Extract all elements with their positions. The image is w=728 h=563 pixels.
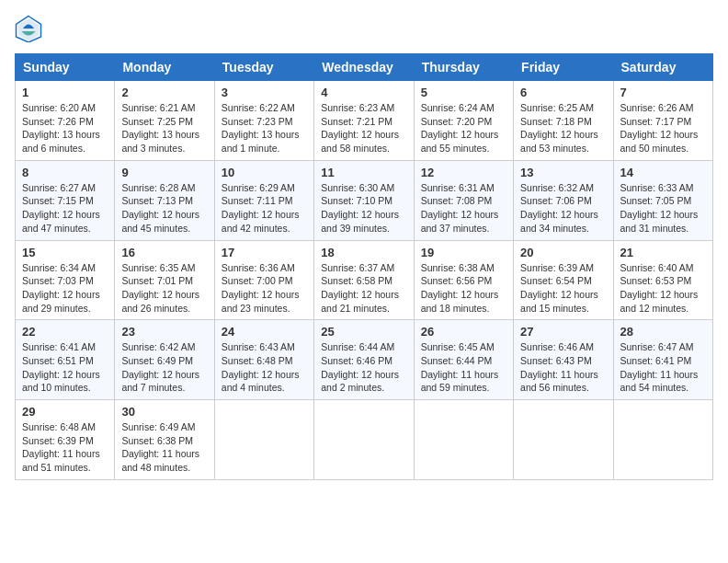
sunrise-label: Sunrise: 6:29 AM	[222, 182, 295, 193]
day-info: Sunrise: 6:34 AM Sunset: 7:03 PM Dayligh…	[22, 261, 108, 316]
sunset-label: Sunset: 6:53 PM	[620, 275, 692, 286]
sunset-label: Sunset: 7:03 PM	[22, 275, 94, 286]
day-number: 29	[22, 405, 108, 419]
day-number: 22	[22, 325, 108, 339]
sunrise-label: Sunrise: 6:20 AM	[22, 102, 96, 113]
day-number: 4	[321, 86, 406, 99]
day-number: 3	[222, 86, 307, 99]
sunset-label: Sunset: 6:58 PM	[321, 275, 392, 286]
calendar-week-row: 29 Sunrise: 6:48 AM Sunset: 6:39 PM Dayl…	[16, 400, 713, 480]
calendar-week-row: 22 Sunrise: 6:41 AM Sunset: 6:51 PM Dayl…	[16, 320, 713, 400]
day-header-wednesday: Wednesday	[314, 54, 414, 81]
day-number: 16	[121, 246, 207, 259]
sunrise-label: Sunrise: 6:43 AM	[222, 341, 295, 352]
sunset-label: Sunset: 6:46 PM	[321, 355, 392, 366]
sunset-label: Sunset: 7:26 PM	[22, 116, 94, 127]
calendar-cell: 29 Sunrise: 6:48 AM Sunset: 6:39 PM Dayl…	[16, 400, 115, 480]
sunrise-label: Sunrise: 6:45 AM	[421, 341, 495, 352]
daylight-label: Daylight: 12 hours and 18 minutes.	[421, 289, 499, 314]
day-number: 23	[121, 325, 207, 339]
sunset-label: Sunset: 6:54 PM	[520, 275, 592, 286]
day-info: Sunrise: 6:49 AM Sunset: 6:38 PM Dayligh…	[121, 420, 207, 475]
sunrise-label: Sunrise: 6:22 AM	[222, 102, 295, 113]
day-info: Sunrise: 6:36 AM Sunset: 7:00 PM Dayligh…	[222, 261, 307, 316]
day-info: Sunrise: 6:37 AM Sunset: 6:58 PM Dayligh…	[321, 261, 406, 316]
calendar-cell: 25 Sunrise: 6:44 AM Sunset: 6:46 PM Dayl…	[314, 320, 414, 400]
day-number: 1	[22, 86, 108, 99]
calendar-cell: 22 Sunrise: 6:41 AM Sunset: 6:51 PM Dayl…	[16, 320, 115, 400]
day-info: Sunrise: 6:41 AM Sunset: 6:51 PM Dayligh…	[22, 340, 108, 395]
sunrise-label: Sunrise: 6:46 AM	[520, 341, 594, 352]
day-info: Sunrise: 6:25 AM Sunset: 7:18 PM Dayligh…	[520, 101, 606, 155]
day-info: Sunrise: 6:43 AM Sunset: 6:48 PM Dayligh…	[222, 340, 307, 395]
calendar-cell: 6 Sunrise: 6:25 AM Sunset: 7:18 PM Dayli…	[514, 81, 613, 161]
daylight-label: Daylight: 11 hours and 59 minutes.	[421, 369, 499, 394]
sunrise-label: Sunrise: 6:40 AM	[620, 262, 694, 273]
sunrise-label: Sunrise: 6:39 AM	[520, 262, 594, 273]
calendar-cell: 18 Sunrise: 6:37 AM Sunset: 6:58 PM Dayl…	[314, 240, 414, 320]
day-number: 8	[22, 166, 108, 179]
day-info: Sunrise: 6:21 AM Sunset: 7:25 PM Dayligh…	[121, 101, 207, 155]
calendar-cell: 12 Sunrise: 6:31 AM Sunset: 7:08 PM Dayl…	[414, 160, 513, 240]
day-number: 14	[620, 166, 706, 179]
calendar-cell: 8 Sunrise: 6:27 AM Sunset: 7:15 PM Dayli…	[16, 160, 115, 240]
day-info: Sunrise: 6:23 AM Sunset: 7:21 PM Dayligh…	[321, 101, 406, 155]
calendar-cell: 13 Sunrise: 6:32 AM Sunset: 7:06 PM Dayl…	[514, 160, 613, 240]
daylight-label: Daylight: 12 hours and 12 minutes.	[620, 289, 699, 314]
day-info: Sunrise: 6:46 AM Sunset: 6:43 PM Dayligh…	[520, 340, 606, 395]
day-number: 20	[520, 246, 606, 259]
sunrise-label: Sunrise: 6:41 AM	[22, 341, 96, 352]
sunset-label: Sunset: 6:49 PM	[121, 355, 193, 366]
sunset-label: Sunset: 7:20 PM	[421, 116, 493, 127]
daylight-label: Daylight: 12 hours and 45 minutes.	[121, 209, 199, 234]
sunrise-label: Sunrise: 6:26 AM	[620, 102, 694, 113]
logo-icon	[15, 15, 42, 42]
calendar-cell: 9 Sunrise: 6:28 AM Sunset: 7:13 PM Dayli…	[115, 160, 214, 240]
day-number: 13	[520, 166, 606, 179]
sunset-label: Sunset: 7:05 PM	[620, 195, 692, 206]
day-info: Sunrise: 6:39 AM Sunset: 6:54 PM Dayligh…	[520, 261, 606, 316]
sunset-label: Sunset: 6:41 PM	[620, 355, 692, 366]
day-header-tuesday: Tuesday	[214, 54, 313, 81]
daylight-label: Daylight: 11 hours and 51 minutes.	[22, 448, 100, 473]
day-info: Sunrise: 6:28 AM Sunset: 7:13 PM Dayligh…	[121, 181, 207, 236]
sunset-label: Sunset: 7:06 PM	[520, 195, 592, 206]
sunrise-label: Sunrise: 6:38 AM	[421, 262, 495, 273]
day-number: 15	[22, 246, 108, 259]
sunset-label: Sunset: 6:43 PM	[520, 355, 592, 366]
daylight-label: Daylight: 12 hours and 7 minutes.	[121, 369, 199, 394]
sunrise-label: Sunrise: 6:23 AM	[321, 102, 394, 113]
daylight-label: Daylight: 12 hours and 47 minutes.	[22, 209, 100, 234]
daylight-label: Daylight: 12 hours and 21 minutes.	[321, 289, 399, 314]
day-info: Sunrise: 6:48 AM Sunset: 6:39 PM Dayligh…	[22, 420, 108, 475]
day-number: 17	[222, 246, 307, 259]
daylight-label: Daylight: 12 hours and 42 minutes.	[222, 209, 300, 234]
sunset-label: Sunset: 7:23 PM	[222, 116, 293, 127]
day-number: 12	[421, 166, 506, 179]
day-number: 5	[421, 86, 506, 99]
calendar-cell: 4 Sunrise: 6:23 AM Sunset: 7:21 PM Dayli…	[314, 81, 414, 161]
daylight-label: Daylight: 12 hours and 53 minutes.	[520, 129, 598, 154]
daylight-label: Daylight: 12 hours and 50 minutes.	[620, 129, 699, 154]
day-info: Sunrise: 6:31 AM Sunset: 7:08 PM Dayligh…	[421, 181, 506, 236]
day-number: 19	[421, 246, 506, 259]
calendar-cell: 10 Sunrise: 6:29 AM Sunset: 7:11 PM Dayl…	[214, 160, 313, 240]
day-number: 10	[222, 166, 307, 179]
sunrise-label: Sunrise: 6:27 AM	[22, 182, 96, 193]
daylight-label: Daylight: 12 hours and 23 minutes.	[222, 289, 300, 314]
calendar-cell: 30 Sunrise: 6:49 AM Sunset: 6:38 PM Dayl…	[115, 400, 214, 480]
sunrise-label: Sunrise: 6:28 AM	[121, 182, 195, 193]
sunrise-label: Sunrise: 6:36 AM	[222, 262, 295, 273]
daylight-label: Daylight: 12 hours and 15 minutes.	[520, 289, 598, 314]
calendar-cell: 26 Sunrise: 6:45 AM Sunset: 6:44 PM Dayl…	[414, 320, 513, 400]
sunrise-label: Sunrise: 6:42 AM	[121, 341, 195, 352]
page-header	[15, 15, 713, 42]
sunset-label: Sunset: 7:18 PM	[520, 116, 592, 127]
daylight-label: Daylight: 12 hours and 29 minutes.	[22, 289, 100, 314]
sunset-label: Sunset: 7:25 PM	[121, 116, 193, 127]
day-number: 30	[121, 405, 207, 419]
day-number: 27	[520, 325, 606, 339]
calendar-week-row: 1 Sunrise: 6:20 AM Sunset: 7:26 PM Dayli…	[16, 81, 713, 161]
daylight-label: Daylight: 11 hours and 54 minutes.	[620, 369, 699, 394]
day-info: Sunrise: 6:22 AM Sunset: 7:23 PM Dayligh…	[222, 101, 307, 155]
